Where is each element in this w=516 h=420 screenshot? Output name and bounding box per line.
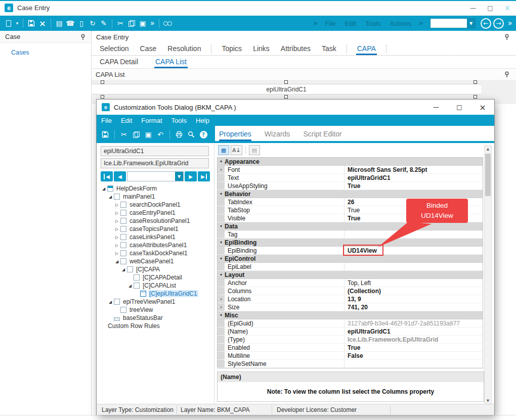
new-record-dropdown[interactable]: ▾	[14, 17, 20, 29]
category-epicontrol[interactable]: ▾EpiControl	[218, 255, 483, 263]
dialog-undo-button[interactable]: ↶	[155, 128, 166, 141]
tree-item-casetopicspanel1[interactable]: ▷caseTopicsPanel1	[99, 225, 213, 233]
dialog-close-button[interactable]: ×	[471, 100, 494, 115]
menu-overflow-left[interactable]: »	[312, 17, 320, 29]
scroll-down-icon[interactable]: ▼	[485, 397, 491, 404]
tab-wizards[interactable]: Wizards	[265, 130, 290, 141]
category-appearance[interactable]: ▾Appearance	[218, 158, 483, 166]
subtab-capa-detail[interactable]: CAPA Detail	[99, 56, 139, 68]
tab-selection[interactable]: Selection	[99, 43, 130, 55]
selection-handle[interactable]	[474, 95, 477, 99]
tree-item-treeview[interactable]: treeView	[99, 306, 213, 314]
collapse-icon[interactable]: ▾	[218, 159, 225, 164]
refresh-button[interactable]: ↻	[87, 17, 98, 29]
dialog-menu-format[interactable]: Format	[137, 117, 166, 124]
tree-item-capalist[interactable]: ◢[C]CAPAList	[99, 282, 213, 290]
combo-dropdown-icon[interactable]: ▼	[467, 19, 475, 28]
tree-item-searchdockpanel1[interactable]: ▷searchDockPanel1	[99, 201, 213, 209]
category-misc[interactable]: ▾Misc	[218, 311, 483, 319]
tab-links[interactable]: Links	[252, 43, 271, 55]
maximize-button[interactable]: □	[482, 1, 499, 15]
property-row-type[interactable]: (Type)Ice.Lib.Framework.EpiUltraGrid	[218, 336, 483, 344]
pin-icon[interactable]	[504, 34, 510, 40]
tree-item-helpdeskform[interactable]: ◢HelpDeskForm	[99, 184, 213, 193]
dialog-menu-file[interactable]: File	[97, 117, 116, 124]
copy-button[interactable]	[126, 17, 137, 29]
tree-collapsed-icon[interactable]: ▷	[114, 235, 120, 240]
dialog-find-button[interactable]	[186, 128, 197, 141]
dialog-menu-edit[interactable]: Edit	[116, 117, 137, 124]
nav-first-button[interactable]: ◀	[101, 171, 113, 181]
cut-button[interactable]: ✂	[115, 17, 126, 29]
scroll-up-icon[interactable]: ▲	[485, 146, 491, 153]
tree-item-caseresolutionpanel1[interactable]: ▷caseResolutionPanel1	[99, 217, 213, 225]
delete-button[interactable]: ×	[37, 17, 48, 29]
collapse-icon[interactable]: ▾	[218, 240, 225, 245]
category-layout[interactable]: ▾Layout	[218, 271, 483, 279]
memo-button[interactable]: ▤	[54, 17, 65, 29]
property-row-useappstyling[interactable]: UseAppStylingTrue	[218, 182, 483, 190]
tree-item-basestatusbar[interactable]: baseStatusBar	[99, 314, 213, 322]
edit-button[interactable]: ✎	[98, 17, 109, 29]
selection-handle[interactable]	[101, 95, 104, 99]
property-row-enabled[interactable]: EnabledTrue	[218, 344, 483, 352]
categorized-button[interactable]: ▦	[218, 145, 229, 155]
menu-overflow-right[interactable]: »	[417, 17, 425, 29]
tree-collapsed-icon[interactable]: ▷	[114, 211, 120, 215]
nav-prev-button[interactable]: ◀	[114, 171, 126, 181]
search-button[interactable]	[162, 17, 173, 29]
tab-properties[interactable]: Properties	[219, 130, 251, 141]
tree-item-epitreeviewpanel1[interactable]: ◢epiTreeViewPanel1	[99, 298, 213, 306]
menu-edit[interactable]: Edit	[341, 20, 360, 27]
tree-expanded-icon[interactable]: ◢	[101, 186, 107, 191]
control-select-combobox[interactable]: ▼	[127, 171, 184, 181]
tab-task[interactable]: Task	[321, 43, 337, 55]
dialog-print-button[interactable]	[174, 128, 185, 141]
new-record-button[interactable]	[3, 17, 14, 29]
menu-tools[interactable]: Tools	[362, 20, 384, 27]
dialog-paste-button[interactable]: ▣	[143, 128, 154, 141]
collapse-icon[interactable]: ▾	[218, 224, 225, 228]
dialog-maximize-button[interactable]: □	[448, 100, 471, 115]
sidebar-item-cases[interactable]: Cases	[11, 49, 91, 56]
dialog-menu-help[interactable]: Help	[191, 117, 214, 124]
dialog-save-button[interactable]	[100, 128, 111, 141]
selection-handle[interactable]	[474, 80, 477, 84]
menu-actions[interactable]: Actions	[386, 20, 415, 27]
selection-handle[interactable]	[284, 95, 288, 99]
tab-case[interactable]: Case	[139, 43, 158, 55]
scrollbar-thumb[interactable]	[485, 154, 491, 196]
call-button[interactable]: ☎	[65, 17, 76, 29]
minimize-button[interactable]: —	[464, 1, 482, 15]
property-row-size[interactable]: ›Size741, 20	[218, 303, 483, 311]
category-behavior[interactable]: ▾Behavior	[218, 190, 483, 198]
tree-item-caseattributespanel1[interactable]: ▷caseAttributesPanel1	[99, 241, 213, 249]
expand-icon[interactable]: ›	[220, 167, 222, 172]
dialog-cut-button[interactable]: ✂	[118, 128, 130, 141]
dialog-minimize-button[interactable]: —	[424, 100, 448, 115]
dialog-copy-button[interactable]	[131, 128, 142, 141]
property-row-epiguid[interactable]: (EpiGuid)3127abf9-b3e4-462f-91d7-2a85119…	[218, 319, 483, 328]
expand-icon[interactable]: ›	[220, 304, 222, 310]
tree-item-capa[interactable]: ◢[C]CAPA	[99, 265, 213, 273]
collapse-icon[interactable]: ▾	[218, 192, 225, 196]
tab-capa[interactable]: CAPA	[356, 43, 377, 55]
tree-collapsed-icon[interactable]: ▷	[114, 227, 120, 231]
tab-topics[interactable]: Topics	[221, 43, 243, 55]
nav-last-button[interactable]: ▶	[198, 171, 210, 181]
property-row-epilabel[interactable]: EpiLabel	[218, 263, 483, 271]
property-row-stylesetname[interactable]: StyleSetName	[218, 360, 483, 368]
nav-next-button[interactable]: ▶	[185, 171, 197, 181]
journal-button[interactable]: ▯	[76, 17, 87, 29]
back-button[interactable]: ←	[481, 18, 491, 29]
toolbar-overflow-button[interactable]: »	[148, 17, 156, 29]
control-type-field[interactable]: Ice.Lib.Framework.EpiUltraGrid	[101, 158, 209, 168]
tree-item-custom-row-rules[interactable]: Custom Row Rules	[99, 322, 213, 330]
alphabetical-button[interactable]: A↓	[231, 145, 242, 155]
property-row-name[interactable]: (Name)epiUltraGridC1	[218, 328, 483, 336]
tree-collapsed-icon[interactable]: ▷	[114, 219, 120, 223]
tree-expanded-icon[interactable]: ◢	[107, 300, 113, 304]
collapse-icon[interactable]: ▾	[218, 256, 225, 261]
combo-dropdown-icon[interactable]: ▼	[175, 172, 183, 181]
designed-grid-header[interactable]: epiUltraGridC1	[92, 84, 481, 95]
